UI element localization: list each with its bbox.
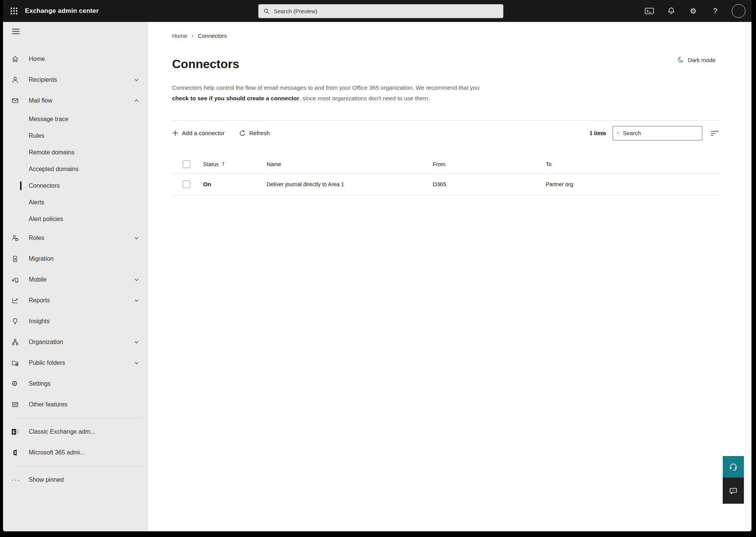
app-title: Exchange admin center <box>25 7 99 15</box>
sidebar-item-label: Roles <box>29 235 44 241</box>
mail-icon <box>11 97 19 104</box>
sidebar-item-home[interactable]: Home <box>3 48 148 69</box>
classic-exchange-logo-icon: E <box>11 428 19 436</box>
header-checkbox-cell <box>172 160 203 168</box>
sidebar-item-alerts[interactable]: Alerts <box>3 194 148 211</box>
add-connector-button[interactable]: Add a connector <box>172 130 225 137</box>
global-search-box[interactable] <box>258 4 503 18</box>
sidebar-item-label: Organization <box>29 339 63 346</box>
sidebar-item-settings[interactable]: ⚙ Settings <box>3 373 148 394</box>
page-description: Connectors help control the flow of emai… <box>172 82 493 104</box>
sidebar-item-accepted-domains[interactable]: Accepted domains <box>3 161 148 177</box>
table-row[interactable]: On Deliver journal directly to Area 1 O3… <box>172 173 720 196</box>
sidebar-item-remote-domains[interactable]: Remote domains <box>3 144 148 161</box>
sidebar-item-mobile[interactable]: Mobile <box>3 269 148 290</box>
list-search-box[interactable] <box>613 126 702 140</box>
svg-text:E: E <box>12 429 15 434</box>
breadcrumb-separator-icon: › <box>192 33 193 39</box>
sidebar-item-reports[interactable]: Reports <box>3 290 148 311</box>
to-column-header[interactable]: To <box>546 161 720 167</box>
nav-collapse-button[interactable] <box>12 29 20 34</box>
left-nav: Home Recipients <box>3 22 148 531</box>
bell-icon <box>667 7 675 15</box>
sidebar-item-public-folders[interactable]: Public folders <box>3 352 148 373</box>
chevron-down-icon <box>134 339 139 345</box>
breadcrumb-home-link[interactable]: Home <box>172 33 187 39</box>
sidebar-item-classic-exchange-admin[interactable]: E Classic Exchange adm... <box>3 421 148 442</box>
feedback-button[interactable] <box>723 478 744 504</box>
headset-icon <box>728 462 738 472</box>
folder-globe-icon <box>11 359 19 367</box>
sidebar-divider <box>14 466 142 466</box>
waffle-icon <box>10 7 18 15</box>
sidebar-item-label: Connectors <box>29 182 60 189</box>
sidebar-item-label: Accepted domains <box>29 166 79 173</box>
dark-mode-label: Dark mode <box>688 57 716 63</box>
select-all-checkbox[interactable] <box>183 160 190 168</box>
sidebar-item-migration[interactable]: Migration <box>3 248 148 269</box>
exchange-admin-center-window: Exchange admin center <box>3 0 751 531</box>
sidebar-item-label: Alerts <box>29 199 44 206</box>
scrollbar-track[interactable] <box>745 22 751 531</box>
breadcrumb-current: Connectors <box>198 33 227 39</box>
sidebar-item-label: Show pinned <box>29 476 64 483</box>
filter-icon <box>710 129 719 137</box>
list-search-input[interactable] <box>623 130 698 136</box>
sidebar-item-show-pinned[interactable]: ··· Show pinned <box>3 469 148 490</box>
ellipsis-icon: ··· <box>11 476 19 484</box>
table-header-row: Status ↑ Name From To <box>172 155 720 173</box>
breadcrumb: Home › Connectors <box>172 33 720 39</box>
sidebar-item-label: Recipients <box>29 76 57 83</box>
support-button[interactable] <box>723 456 744 478</box>
from-column-header[interactable]: From <box>433 161 546 167</box>
floating-buttons <box>723 456 744 504</box>
org-chart-icon <box>11 338 19 346</box>
sidebar-item-insights[interactable]: Insights <box>3 311 148 332</box>
topbar-actions: ⚙ ? <box>644 4 751 18</box>
row-checkbox[interactable] <box>183 181 190 188</box>
filter-button[interactable] <box>709 128 720 139</box>
settings-button[interactable]: ⚙ <box>688 6 699 16</box>
sidebar-item-alert-policies[interactable]: Alert policies <box>3 211 148 227</box>
sidebar-item-message-trace[interactable]: Message trace <box>3 111 148 128</box>
row-name[interactable]: Deliver journal directly to Area 1 <box>267 181 433 187</box>
sidebar-item-recipients[interactable]: Recipients <box>3 69 148 90</box>
sidebar-item-label: Rules <box>29 132 44 139</box>
sidebar-item-mail-flow[interactable]: Mail flow <box>3 90 148 111</box>
create-connector-check-link[interactable]: check to see if you should create a conn… <box>172 95 299 101</box>
sidebar-item-connectors[interactable]: Connectors <box>3 177 148 194</box>
sidebar-item-label: Insights <box>29 318 50 325</box>
help-icon: ? <box>713 6 717 16</box>
notifications-button[interactable] <box>666 6 677 16</box>
sidebar-item-organization[interactable]: Organization <box>3 332 148 352</box>
home-icon <box>11 55 19 63</box>
account-avatar[interactable] <box>732 4 745 18</box>
lightbulb-icon <box>11 318 19 325</box>
gear-icon: ⚙ <box>690 6 697 16</box>
sidebar-item-label: Reports <box>29 297 50 304</box>
chevron-down-icon <box>134 235 139 241</box>
powershell-button[interactable] <box>644 6 655 16</box>
sidebar-item-label: Public folders <box>29 360 65 366</box>
help-button[interactable]: ? <box>710 6 720 16</box>
page-title: Connectors <box>172 57 720 71</box>
sidebar-item-other-features[interactable]: Other features <box>3 394 148 415</box>
refresh-icon <box>239 130 246 137</box>
dark-mode-toggle[interactable]: Dark mode <box>677 56 716 64</box>
sort-ascending-icon: ↑ <box>221 161 225 167</box>
app-launcher-button[interactable] <box>3 0 25 22</box>
person-icon <box>11 76 19 84</box>
sidebar-item-roles[interactable]: Roles <box>3 227 148 248</box>
sidebar-item-microsoft-365-admin[interactable]: Microsoft 365 admi... <box>3 442 148 463</box>
table-icon <box>11 401 19 408</box>
global-search-input[interactable] <box>274 8 498 14</box>
status-column-header[interactable]: Status ↑ <box>203 161 267 167</box>
terminal-icon <box>644 7 654 15</box>
roles-icon <box>11 234 19 242</box>
sidebar-item-rules[interactable]: Rules <box>3 128 148 144</box>
main-shell: Home Recipients <box>3 22 751 531</box>
refresh-button[interactable]: Refresh <box>239 130 270 137</box>
moon-icon <box>677 56 685 64</box>
name-column-header[interactable]: Name <box>267 161 433 167</box>
sidebar-item-label: Mobile <box>29 276 47 283</box>
